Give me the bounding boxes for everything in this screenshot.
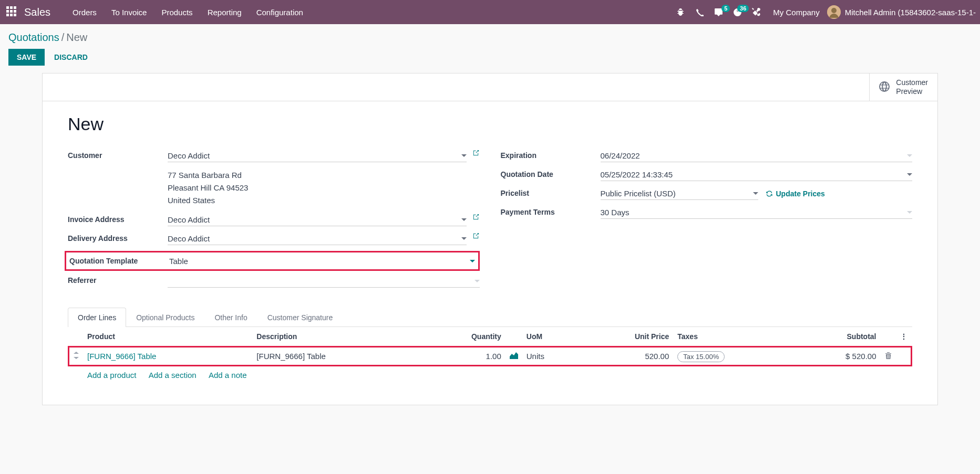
expiration-label: Expiration: [501, 149, 601, 160]
line-subtotal: $ 520.00: [795, 347, 881, 366]
menu-orders[interactable]: Orders: [65, 8, 104, 17]
add-product-link[interactable]: Add a product: [87, 371, 136, 380]
referrer-label: Referrer: [68, 274, 168, 285]
breadcrumb: Quotations/New: [0, 24, 980, 49]
apps-icon[interactable]: [6, 6, 18, 18]
quotation-template-row-highlight: Quotation Template Table: [65, 251, 480, 271]
avatar[interactable]: [827, 5, 841, 19]
clock-icon[interactable]: 36: [730, 8, 745, 17]
menu-configuration[interactable]: Configuration: [249, 8, 311, 17]
top-navbar: Sales Orders To Invoice Products Reporti…: [0, 0, 980, 24]
clock-badge: 36: [737, 5, 749, 12]
line-quantity[interactable]: 1.00: [422, 347, 506, 366]
breadcrumb-current: New: [66, 31, 87, 43]
caret-down-icon[interactable]: [753, 189, 758, 198]
breadcrumb-root[interactable]: Quotations: [8, 31, 59, 43]
refresh-icon: [766, 190, 773, 197]
quotation-date-field[interactable]: 05/25/2022 14:33:45: [601, 168, 913, 181]
external-link-icon[interactable]: [472, 232, 480, 241]
chat-icon[interactable]: 5: [711, 8, 726, 17]
payment-terms-label: Payment Terms: [501, 206, 601, 216]
bug-icon[interactable]: [673, 8, 688, 16]
statusbar: CustomerPreview: [42, 73, 938, 101]
invoice-address-field[interactable]: Deco Addict: [168, 213, 467, 226]
caret-down-icon[interactable]: [907, 170, 912, 179]
payment-terms-field[interactable]: 30 Days: [601, 206, 913, 219]
caret-down-icon[interactable]: [470, 257, 475, 266]
line-uom[interactable]: Units: [522, 347, 580, 366]
tab-other-info[interactable]: Other Info: [204, 308, 257, 327]
col-quantity: Quantity: [422, 327, 506, 347]
line-product[interactable]: [FURN_9666] Table: [83, 347, 252, 366]
customer-field[interactable]: Deco Addict: [168, 149, 467, 162]
external-link-icon[interactable]: [472, 149, 480, 159]
caret-down-icon[interactable]: [474, 277, 480, 286]
caret-down-icon[interactable]: [461, 215, 467, 224]
chat-badge: 5: [721, 5, 730, 12]
delete-line-icon[interactable]: [881, 347, 896, 366]
delivery-address-label: Delivery Address: [68, 232, 168, 243]
tab-customer-signature[interactable]: Customer Signature: [257, 308, 343, 327]
caret-down-icon[interactable]: [907, 151, 912, 160]
add-note-link[interactable]: Add a note: [209, 371, 247, 380]
col-taxes: Taxes: [673, 327, 795, 347]
save-button[interactable]: SAVE: [8, 49, 45, 66]
menu-to-invoice[interactable]: To Invoice: [104, 8, 154, 17]
referrer-field[interactable]: [168, 274, 480, 288]
pricelist-label: Pricelist: [501, 187, 601, 197]
line-unit-price[interactable]: 520.00: [580, 347, 673, 366]
menu-reporting[interactable]: Reporting: [200, 8, 249, 17]
customer-address: 77 Santa Barbara RdPleasant Hill CA 9452…: [168, 168, 480, 210]
caret-down-icon[interactable]: [907, 208, 912, 217]
col-subtotal: Subtotal: [795, 327, 881, 347]
tab-optional-products[interactable]: Optional Products: [126, 308, 204, 327]
customer-preview-button[interactable]: CustomerPreview: [869, 73, 937, 101]
svg-point-1: [831, 8, 837, 13]
tools-icon[interactable]: [749, 8, 764, 16]
invoice-address-label: Invoice Address: [68, 213, 168, 224]
discard-button[interactable]: DISCARD: [54, 53, 88, 61]
username[interactable]: Mitchell Admin (15843602-saas-15-1-: [845, 8, 976, 17]
quotation-template-field[interactable]: Table: [169, 255, 475, 267]
col-description: Description: [252, 327, 421, 347]
page-title: New: [68, 114, 912, 134]
tab-order-lines[interactable]: Order Lines: [68, 308, 126, 327]
tax-chip[interactable]: Tax 15.00%: [677, 351, 725, 362]
caret-down-icon[interactable]: [461, 234, 467, 243]
columns-menu-icon[interactable]: ⋮: [896, 327, 912, 347]
update-prices-button[interactable]: Update Prices: [766, 189, 825, 198]
drag-handle-icon[interactable]: [69, 347, 84, 366]
col-unit-price: Unit Price: [580, 327, 673, 347]
customer-label: Customer: [68, 149, 168, 160]
expiration-field[interactable]: 06/24/2022: [601, 149, 913, 162]
quotation-date-label: Quotation Date: [501, 168, 601, 178]
phone-icon[interactable]: [692, 8, 707, 16]
add-section-link[interactable]: Add a section: [149, 371, 197, 380]
col-uom: UoM: [522, 327, 580, 347]
caret-down-icon[interactable]: [461, 151, 467, 160]
external-link-icon[interactable]: [472, 213, 480, 223]
order-lines-table: Product Description Quantity UoM Unit Pr…: [68, 327, 912, 384]
col-product: Product: [83, 327, 252, 347]
company-selector[interactable]: My Company: [773, 8, 819, 17]
area-chart-icon[interactable]: [506, 347, 522, 366]
pricelist-field[interactable]: Public Pricelist (USD): [601, 187, 758, 200]
quotation-template-label: Quotation Template: [69, 255, 169, 265]
tabs: Order Lines Optional Products Other Info…: [68, 308, 912, 327]
order-line-row-highlight[interactable]: [FURN_9666] Table [FURN_9666] Table 1.00…: [69, 347, 912, 366]
menu-products[interactable]: Products: [154, 8, 200, 17]
globe-icon: [879, 81, 890, 93]
app-brand[interactable]: Sales: [24, 6, 50, 18]
line-description[interactable]: [FURN_9666] Table: [252, 347, 421, 366]
delivery-address-field[interactable]: Deco Addict: [168, 232, 467, 245]
